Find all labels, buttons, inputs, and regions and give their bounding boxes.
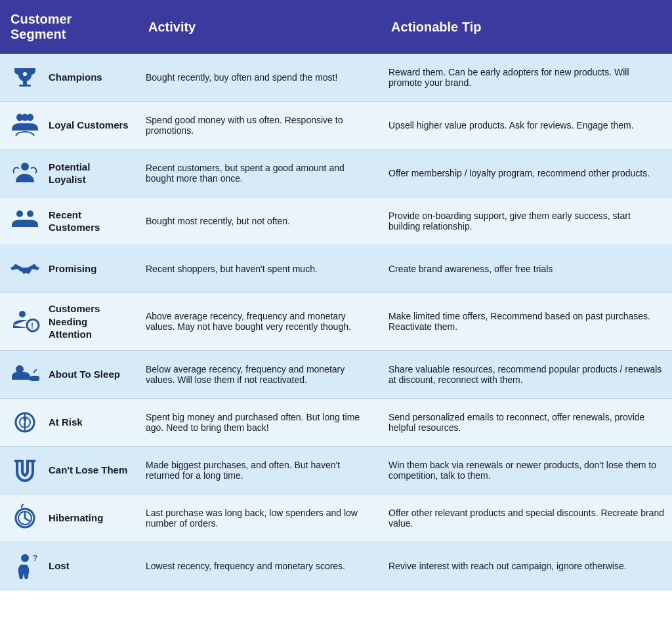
svg-text:!: ! — [23, 422, 26, 430]
risk-icon: ! — [8, 408, 42, 437]
segment-cell: Hibernating — [0, 494, 138, 542]
segment-cell: Loyal Customers — [0, 102, 138, 150]
svg-point-8 — [27, 211, 33, 217]
activity-cell: Above average recency, frequency and mon… — [138, 293, 381, 351]
table-row: Can't Lose Them Made biggest purchases, … — [0, 446, 672, 494]
tip-cell: Offer other relevant products and specia… — [381, 494, 672, 542]
attention-icon: ! — [8, 307, 42, 336]
svg-text:?: ? — [33, 553, 37, 563]
table-row: Loyal Customers Spend good money with us… — [0, 102, 672, 150]
tip-cell: Upsell higher value products. Ask for re… — [381, 102, 672, 150]
segment-cell: Can't Lose Them — [0, 446, 138, 494]
table-row: Recent Customers Bought most recently, b… — [0, 197, 672, 245]
tip-cell: Send personalized emails to reconnect, o… — [381, 398, 672, 446]
svg-point-7 — [16, 211, 23, 217]
header-activity: Activity — [138, 0, 381, 54]
segment-cell: Promising — [0, 245, 138, 293]
activity-cell: Bought recently, buy often and spend the… — [138, 54, 381, 102]
segment-name: Promising — [49, 262, 96, 275]
segment-cell: ! Customers Needing Attention — [0, 293, 138, 351]
svg-point-6 — [21, 163, 29, 171]
tip-cell: Win them back via renewals or newer prod… — [381, 446, 672, 494]
segment-name: Lost — [49, 559, 70, 573]
handshake-icon — [8, 254, 42, 283]
sleep-icon — [8, 360, 42, 389]
table-row: Hibernating Last purchase was long back,… — [0, 494, 672, 542]
tip-cell: Reward them. Can be early adopters for n… — [381, 54, 672, 102]
svg-point-10 — [32, 264, 36, 268]
lost-icon: ? — [8, 552, 42, 580]
svg-point-9 — [14, 264, 18, 268]
activity-cell: Recent shoppers, but haven't spent much. — [138, 245, 381, 293]
activity-cell: Lowest recency, frequency and monetary s… — [138, 542, 381, 590]
hibernate-icon — [8, 504, 42, 533]
tip-cell: Revive interest with reach out campaign,… — [381, 542, 672, 590]
activity-cell: Recent customers, but spent a good amoun… — [138, 150, 381, 197]
segment-name: Recent Customers — [49, 209, 130, 234]
segment-name: Champions — [49, 71, 102, 84]
activity-cell: Made biggest purchases, and often. But h… — [138, 446, 381, 494]
table-row: ! Customers Needing Attention Above aver… — [0, 293, 672, 351]
svg-point-16 — [28, 376, 32, 380]
svg-point-2 — [23, 72, 27, 76]
table-row: ! At Risk Spent big money and purchased … — [0, 398, 672, 446]
tip-cell: Provide on-boarding support, give them e… — [381, 197, 672, 245]
activity-cell: Below average recency, frequency and mon… — [138, 350, 381, 398]
tip-cell: Offer membership / loyalty program, reco… — [381, 150, 672, 197]
segment-name: Loyal Customers — [49, 119, 129, 132]
segment-name: At Risk — [49, 416, 83, 429]
activity-cell: Bought most recently, but not often. — [138, 197, 381, 245]
header-tip: Actionable Tip — [381, 0, 672, 54]
recent-icon — [8, 207, 42, 235]
segment-name: Customers Needing Attention — [49, 302, 130, 341]
activity-cell: Spend good money with us often. Responsi… — [138, 102, 381, 150]
segment-cell: About To Sleep — [0, 350, 138, 398]
segment-name: Hibernating — [49, 512, 103, 525]
magnet-icon — [8, 456, 42, 485]
segment-name: About To Sleep — [49, 368, 120, 381]
segment-cell: ! At Risk — [0, 398, 138, 446]
svg-rect-0 — [23, 81, 27, 85]
activity-cell: Last purchase was long back, low spender… — [138, 494, 381, 542]
potential-icon — [8, 159, 42, 188]
svg-point-20 — [24, 417, 27, 420]
tip-cell: Create brand awareness, offer free trial… — [381, 245, 672, 293]
segment-cell: Potential Loyalist — [0, 150, 138, 197]
svg-point-26 — [21, 554, 29, 562]
table-row: ? Lost Lowest recency, frequency and mon… — [0, 542, 672, 590]
loyal-icon — [8, 111, 42, 140]
segment-cell: Recent Customers — [0, 197, 138, 245]
activity-cell: Spent big money and purchased often. But… — [138, 398, 381, 446]
trophy-icon — [8, 63, 42, 92]
header-segment: Customer Segment — [0, 0, 138, 54]
svg-rect-1 — [19, 85, 31, 87]
svg-text:!: ! — [31, 321, 33, 331]
segment-cell: ? Lost — [0, 542, 138, 590]
svg-point-5 — [22, 114, 28, 121]
table-row: About To Sleep Below average recency, fr… — [0, 350, 672, 398]
table-row: Promising Recent shoppers, but haven't s… — [0, 245, 672, 293]
segment-name: Potential Loyalist — [49, 161, 130, 186]
tip-cell: Make limited time offers, Recommend base… — [381, 293, 672, 351]
table-row: Champions Bought recently, buy often and… — [0, 54, 672, 102]
tip-cell: Share valuable resources, recommend popu… — [381, 350, 672, 398]
table-row: Potential Loyalist Recent customers, but… — [0, 150, 672, 197]
segment-name: Can't Lose Them — [49, 464, 127, 477]
segment-cell: Champions — [0, 54, 138, 102]
svg-point-11 — [19, 311, 26, 317]
